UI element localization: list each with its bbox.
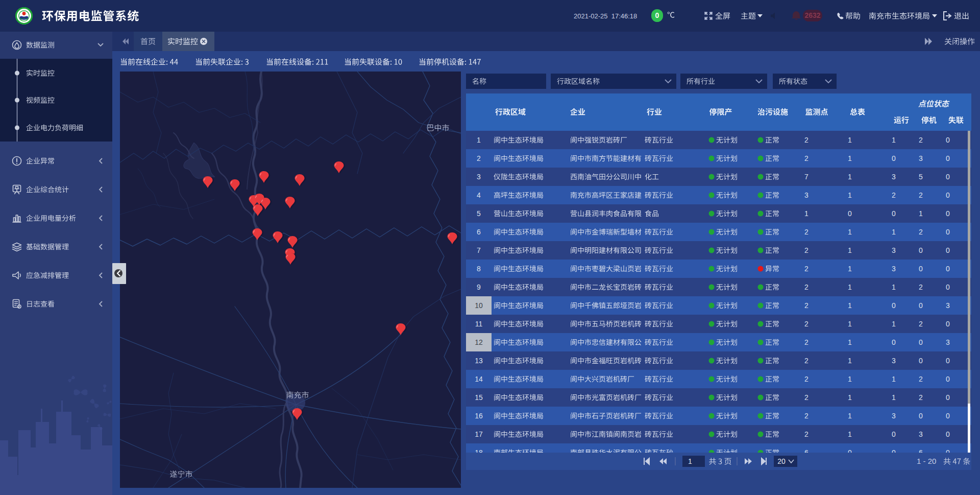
svg-text:1: 1: [892, 393, 896, 402]
svg-text:2: 2: [804, 375, 808, 383]
svg-text:1: 1: [848, 320, 852, 328]
svg-text:8: 8: [477, 265, 481, 273]
svg-text:1: 1: [892, 136, 896, 144]
svg-text:1: 1: [919, 209, 923, 218]
svg-text:0: 0: [919, 338, 923, 346]
svg-text:15: 15: [475, 393, 483, 402]
svg-text:2: 2: [804, 301, 808, 310]
svg-text:3: 3: [946, 301, 950, 310]
svg-text:14: 14: [475, 375, 483, 383]
svg-text:2: 2: [477, 154, 481, 162]
svg-text:1: 1: [848, 393, 852, 402]
svg-text:0: 0: [848, 209, 852, 218]
svg-text:1: 1: [848, 265, 852, 273]
svg-text:1: 1: [892, 375, 896, 383]
svg-text:7: 7: [477, 246, 481, 254]
svg-text:1: 1: [892, 320, 896, 328]
svg-text:0: 0: [946, 246, 950, 254]
svg-text:2632: 2632: [804, 11, 820, 19]
svg-text:1: 1: [848, 136, 852, 144]
svg-text:0: 0: [892, 209, 896, 218]
svg-text:1: 1: [848, 338, 852, 346]
svg-text:5: 5: [477, 209, 481, 218]
svg-text:13: 13: [475, 357, 483, 365]
svg-text:2: 2: [804, 154, 808, 162]
svg-text:1: 1: [848, 412, 852, 420]
svg-text:5: 5: [919, 173, 923, 181]
svg-text:3: 3: [946, 338, 950, 346]
svg-text:0: 0: [946, 412, 950, 420]
svg-text:0: 0: [946, 320, 950, 328]
svg-text:10: 10: [475, 301, 483, 310]
svg-text:0: 0: [946, 283, 950, 291]
svg-text:16: 16: [475, 412, 483, 420]
svg-text:0: 0: [946, 357, 950, 365]
svg-text:4: 4: [477, 191, 481, 199]
svg-text:1: 1: [688, 457, 692, 465]
svg-text:0: 0: [919, 412, 923, 420]
svg-text:3: 3: [477, 173, 481, 181]
svg-text:0: 0: [946, 265, 950, 273]
svg-text:17: 17: [475, 430, 483, 438]
svg-text:2: 2: [919, 320, 923, 328]
svg-text:0: 0: [946, 228, 950, 236]
svg-text:3: 3: [892, 246, 896, 254]
svg-text:0: 0: [892, 338, 896, 346]
svg-text:20: 20: [777, 457, 786, 465]
svg-text:1: 1: [848, 246, 852, 254]
svg-text:3: 3: [892, 173, 896, 181]
svg-text:2: 2: [919, 191, 923, 199]
svg-text:0: 0: [946, 393, 950, 402]
svg-text:0: 0: [946, 191, 950, 199]
svg-text:2: 2: [919, 136, 923, 144]
svg-text:3: 3: [892, 357, 896, 365]
svg-text:0: 0: [892, 301, 896, 310]
svg-text:0: 0: [946, 154, 950, 162]
svg-text:0: 0: [946, 375, 950, 383]
svg-text:0: 0: [892, 154, 896, 162]
svg-text:2: 2: [804, 228, 808, 236]
svg-text:1: 1: [848, 228, 852, 236]
svg-text:3: 3: [919, 154, 923, 162]
svg-text:1: 1: [892, 283, 896, 291]
svg-text:2: 2: [804, 320, 808, 328]
svg-text:0: 0: [919, 357, 923, 365]
svg-text:12: 12: [475, 338, 483, 346]
svg-text:2: 2: [804, 393, 808, 402]
svg-text:3: 3: [804, 191, 808, 199]
svg-text:2: 2: [804, 246, 808, 254]
svg-text:1: 1: [477, 136, 481, 144]
svg-text:2: 2: [804, 283, 808, 291]
svg-text:0: 0: [919, 301, 923, 310]
svg-text:2: 2: [919, 228, 923, 236]
svg-text:6: 6: [477, 228, 481, 236]
svg-text:11: 11: [475, 320, 483, 328]
svg-text:0: 0: [946, 209, 950, 218]
svg-text:2: 2: [804, 338, 808, 346]
svg-text:7: 7: [804, 173, 808, 181]
svg-text:1: 1: [848, 154, 852, 162]
svg-text:1: 1: [848, 357, 852, 365]
svg-text:0: 0: [946, 173, 950, 181]
svg-text:2: 2: [804, 136, 808, 144]
svg-text:3: 3: [892, 412, 896, 420]
svg-text:1: 1: [848, 375, 852, 383]
svg-text:1: 1: [848, 191, 852, 199]
svg-text:0: 0: [946, 136, 950, 144]
svg-text:0: 0: [655, 11, 659, 19]
svg-text:1: 1: [848, 283, 852, 291]
svg-text:0: 0: [919, 265, 923, 273]
svg-text:1: 1: [892, 228, 896, 236]
svg-text:3: 3: [892, 265, 896, 273]
svg-text:1: 1: [848, 430, 852, 438]
svg-text:2: 2: [919, 283, 923, 291]
svg-text:1: 1: [848, 173, 852, 181]
svg-text:2: 2: [804, 412, 808, 420]
svg-text:0: 0: [919, 246, 923, 254]
svg-text:2: 2: [919, 393, 923, 402]
svg-text:2: 2: [892, 191, 896, 199]
svg-text:2: 2: [804, 357, 808, 365]
svg-text:2021-02-25 17:46:18: 2021-02-25 17:46:18: [574, 12, 637, 20]
svg-text:1: 1: [848, 301, 852, 310]
svg-text:0: 0: [946, 430, 950, 438]
